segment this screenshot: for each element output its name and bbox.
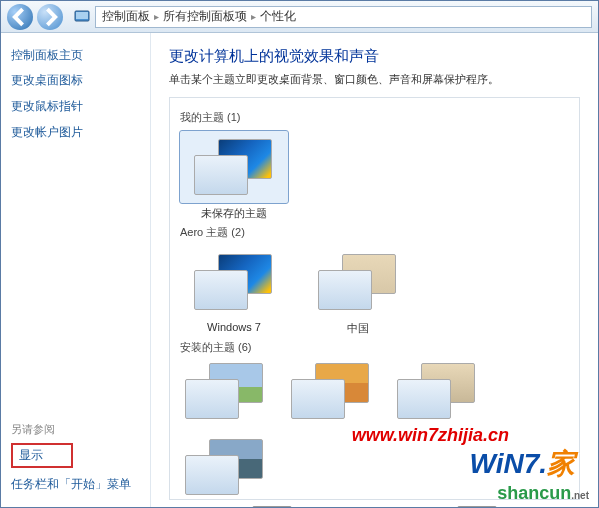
group-aero-themes: Aero 主题 (2) bbox=[180, 225, 569, 240]
main-panel: 更改计算机上的视觉效果和声音 单击某个主题立即更改桌面背景、窗口颜色、声音和屏幕… bbox=[151, 33, 598, 507]
breadcrumb-item[interactable]: 所有控制面板项 bbox=[163, 8, 247, 25]
toolbar: 控制面板 ▸ 所有控制面板项 ▸ 个性化 bbox=[1, 1, 598, 33]
color-icon bbox=[457, 506, 497, 507]
settings-row: 桌面背景 窗口颜色 bbox=[169, 506, 580, 507]
sidebar-link-account-picture[interactable]: 更改帐户图片 bbox=[11, 124, 140, 141]
personalization-window: 控制面板 ▸ 所有控制面板项 ▸ 个性化 控制面板主页 更改桌面图标 更改鼠标指… bbox=[0, 0, 599, 508]
theme-label: 未保存的主题 bbox=[180, 206, 288, 221]
svg-rect-1 bbox=[76, 12, 88, 19]
forward-button[interactable] bbox=[37, 4, 63, 30]
theme-item[interactable] bbox=[286, 361, 376, 421]
content: 控制面板主页 更改桌面图标 更改鼠标指针 更改帐户图片 另请参阅 显示 任务栏和… bbox=[1, 33, 598, 507]
wallpaper-icon bbox=[252, 506, 292, 507]
desktop-background-link[interactable]: 桌面背景 bbox=[227, 506, 317, 507]
theme-item[interactable] bbox=[180, 437, 270, 497]
page-title: 更改计算机上的视觉效果和声音 bbox=[169, 47, 580, 66]
sidebar-link-mouse-pointers[interactable]: 更改鼠标指针 bbox=[11, 98, 140, 115]
themes-container: 我的主题 (1) 未保存的主题 Aero 主题 (2) bbox=[169, 97, 580, 500]
theme-windows7[interactable]: Windows 7 bbox=[180, 246, 288, 336]
see-also-label: 另请参阅 bbox=[11, 422, 140, 437]
theme-label: Windows 7 bbox=[180, 321, 288, 333]
theme-item[interactable] bbox=[180, 361, 270, 421]
chevron-right-icon: ▸ bbox=[251, 11, 256, 22]
sidebar: 控制面板主页 更改桌面图标 更改鼠标指针 更改帐户图片 另请参阅 显示 任务栏和… bbox=[1, 33, 151, 507]
page-subtitle: 单击某个主题立即更改桌面背景、窗口颜色、声音和屏幕保护程序。 bbox=[169, 72, 580, 87]
sidebar-heading: 控制面板主页 bbox=[11, 47, 140, 64]
theme-label: 中国 bbox=[304, 321, 412, 336]
window-color-link[interactable]: 窗口颜色 bbox=[432, 506, 522, 507]
sidebar-link-display[interactable]: 显示 bbox=[11, 443, 73, 468]
group-my-themes: 我的主题 (1) bbox=[180, 110, 569, 125]
group-installed-themes: 安装的主题 (6) bbox=[180, 340, 569, 355]
chevron-right-icon: ▸ bbox=[154, 11, 159, 22]
breadcrumb-item[interactable]: 控制面板 bbox=[102, 8, 150, 25]
sidebar-link-taskbar[interactable]: 任务栏和「开始」菜单 bbox=[11, 476, 140, 493]
theme-unsaved[interactable]: 未保存的主题 bbox=[180, 131, 288, 221]
sidebar-link-desktop-icons[interactable]: 更改桌面图标 bbox=[11, 72, 140, 89]
breadcrumb[interactable]: 控制面板 ▸ 所有控制面板项 ▸ 个性化 bbox=[95, 6, 592, 28]
theme-item[interactable] bbox=[392, 361, 482, 421]
breadcrumb-item[interactable]: 个性化 bbox=[260, 8, 296, 25]
back-button[interactable] bbox=[7, 4, 33, 30]
personalization-icon bbox=[73, 8, 91, 26]
theme-china[interactable]: 中国 bbox=[304, 246, 412, 336]
